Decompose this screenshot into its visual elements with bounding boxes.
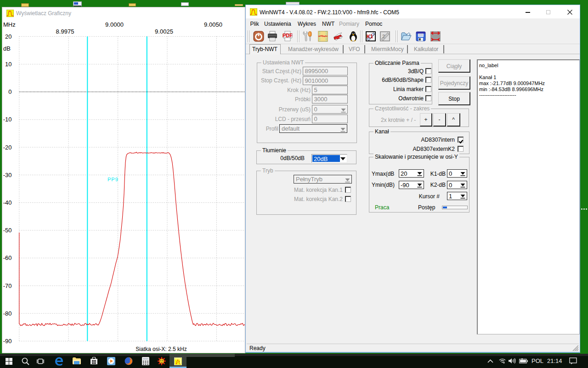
svg-text:8.9975: 8.9975 — [56, 28, 74, 35]
svg-text:PDF: PDF — [283, 33, 293, 38]
svg-text:9.0050: 9.0050 — [204, 21, 222, 28]
svg-text:-50: -50 — [3, 227, 12, 234]
svg-text:K1: K1 — [367, 34, 373, 39]
svg-text:-70: -70 — [3, 282, 12, 289]
svg-text:-60: -60 — [3, 254, 12, 261]
svg-text:-80: -80 — [3, 310, 12, 317]
svg-text:20: 20 — [5, 33, 11, 40]
svg-text:-30: -30 — [3, 172, 12, 178]
svg-text:9.0025: 9.0025 — [155, 28, 173, 35]
svg-text:-40: -40 — [3, 199, 12, 206]
svg-text:PP9: PP9 — [107, 177, 119, 182]
svg-text:9.0000: 9.0000 — [105, 21, 124, 28]
svg-text:-20: -20 — [3, 144, 12, 151]
svg-text:MHz: MHz — [3, 21, 16, 28]
svg-text:10: 10 — [5, 61, 11, 68]
svg-text:2: 2 — [382, 34, 385, 39]
svg-text:0: 0 — [8, 88, 11, 95]
svg-text:Siatka osi-X: 2.5 kHz: Siatka osi-X: 2.5 kHz — [136, 346, 187, 352]
svg-text:dB: dB — [3, 45, 11, 52]
svg-text:-10: -10 — [3, 116, 12, 123]
svg-text:-90: -90 — [3, 338, 12, 345]
